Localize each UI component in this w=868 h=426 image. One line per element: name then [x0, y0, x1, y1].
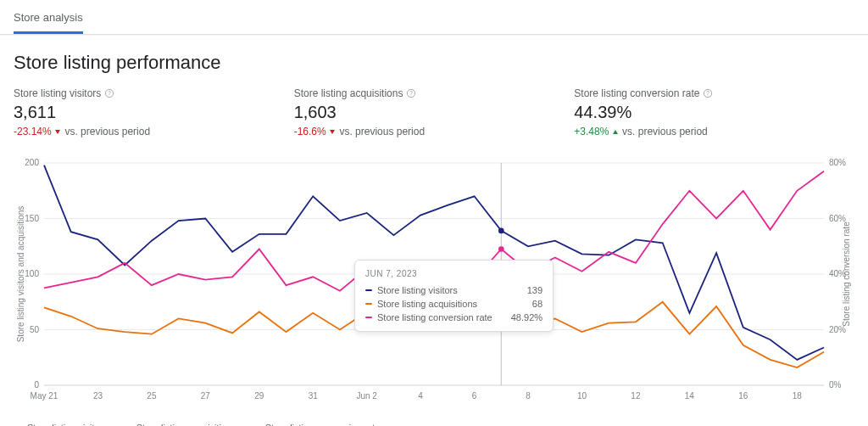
tooltip-date: JUN 7, 2023 — [365, 269, 542, 278]
tooltip-row: Store listing visitors 139 — [365, 283, 542, 297]
tab-label: Store analysis — [14, 11, 83, 24]
help-icon[interactable]: ? — [406, 88, 416, 98]
kpi-store-listing-acquisitions: Store listing acquisitions ? 1,603 -16.6… — [294, 84, 575, 144]
svg-text:?: ? — [410, 90, 414, 96]
kpi-delta-suffix: vs. previous period — [64, 126, 150, 137]
tab-store-analysis[interactable]: Store analysis — [14, 3, 83, 34]
svg-point-38 — [498, 228, 504, 234]
svg-text:31: 31 — [309, 391, 319, 401]
kpi-label: Store listing acquisitions ? — [294, 87, 575, 99]
svg-text:?: ? — [108, 90, 112, 96]
kpi-value: 3,611 — [14, 103, 294, 122]
svg-text:150: 150 — [25, 214, 39, 223]
svg-text:May 21: May 21 — [31, 391, 58, 401]
kpi-store-listing-conversion-rate: Store listing conversion rate ? 44.39% +… — [574, 84, 854, 144]
svg-text:0: 0 — [34, 380, 39, 390]
legend-item[interactable]: Store listing conversion rate — [252, 423, 381, 426]
svg-text:Store listing visitors and acq: Store listing visitors and acquisitions — [16, 206, 25, 343]
legend-item[interactable]: Store listing acquisitions — [123, 423, 236, 426]
kpi-label: Store listing visitors ? — [14, 87, 294, 99]
kpi-delta-suffix: vs. previous period — [622, 126, 708, 137]
kpi-delta: +3.48% vs. previous period — [574, 126, 854, 137]
svg-text:50: 50 — [30, 325, 40, 334]
tooltip-row: Store listing conversion rate 48.92% — [365, 311, 542, 324]
kpi-delta-suffix: vs. previous period — [339, 126, 425, 137]
legend-item[interactable]: Store listing visitors — [14, 423, 108, 426]
svg-text:Jun 2: Jun 2 — [356, 391, 377, 401]
tabbar: Store analysis — [0, 0, 868, 35]
svg-text:25: 25 — [147, 391, 157, 401]
svg-text:10: 10 — [577, 391, 587, 401]
legend-label: Store listing conversion rate — [265, 423, 381, 426]
tooltip-row: Store listing acquisitions 68 — [365, 297, 542, 311]
legend-label: Store listing visitors — [27, 423, 108, 426]
svg-text:8: 8 — [526, 391, 531, 401]
svg-text:0%: 0% — [829, 380, 842, 390]
svg-text:29: 29 — [254, 391, 264, 401]
svg-text:80%: 80% — [829, 158, 846, 167]
svg-text:60%: 60% — [829, 214, 846, 223]
arrow-down-icon — [330, 130, 335, 134]
kpi-value: 44.39% — [574, 103, 854, 122]
swatch — [365, 289, 372, 291]
svg-text:Store listing conversion rate: Store listing conversion rate — [842, 221, 851, 327]
help-icon[interactable]: ? — [104, 88, 114, 98]
svg-text:4: 4 — [418, 391, 423, 401]
svg-text:?: ? — [707, 90, 710, 96]
chart[interactable]: 0501001502000%20%40%60%80%May 2123252729… — [14, 154, 854, 409]
chart-legend: Store listing visitors Store listing acq… — [0, 416, 868, 426]
help-icon[interactable]: ? — [703, 88, 713, 98]
svg-text:23: 23 — [93, 391, 103, 401]
swatch — [365, 317, 372, 318]
svg-text:6: 6 — [472, 391, 477, 401]
kpi-delta: -23.14% vs. previous period — [14, 126, 294, 137]
svg-text:16: 16 — [738, 391, 748, 401]
section-title: Store listing performance — [14, 52, 854, 74]
svg-text:100: 100 — [25, 269, 39, 278]
svg-text:12: 12 — [631, 391, 641, 401]
svg-text:14: 14 — [685, 391, 695, 401]
arrow-down-icon — [55, 130, 60, 134]
svg-text:27: 27 — [201, 391, 211, 401]
kpi-store-listing-visitors: Store listing visitors ? 3,611 -23.14% v… — [14, 84, 294, 144]
swatch — [365, 303, 372, 305]
svg-text:18: 18 — [793, 391, 803, 401]
kpi-row: Store listing visitors ? 3,611 -23.14% v… — [14, 84, 854, 144]
kpi-label: Store listing conversion rate ? — [574, 87, 854, 99]
svg-point-40 — [498, 246, 504, 252]
kpi-delta: -16.6% vs. previous period — [294, 126, 575, 137]
kpi-value: 1,603 — [294, 103, 575, 122]
arrow-up-icon — [613, 130, 618, 134]
legend-label: Store listing acquisitions — [136, 423, 236, 426]
chart-tooltip: JUN 7, 2023 Store listing visitors 139 S… — [354, 260, 554, 332]
svg-text:200: 200 — [25, 158, 39, 167]
